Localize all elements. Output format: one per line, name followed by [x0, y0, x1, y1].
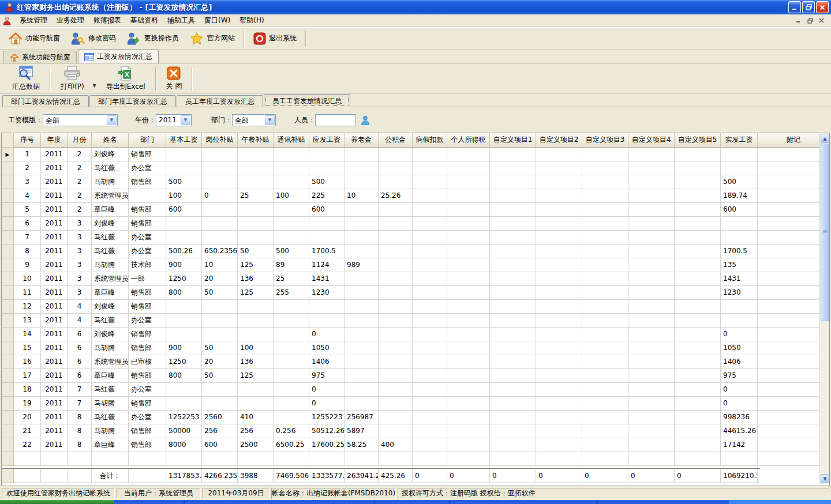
table-cell[interactable] — [758, 272, 829, 286]
table-cell[interactable] — [379, 355, 413, 369]
table-cell[interactable] — [379, 148, 413, 161]
nav-window-button[interactable]: 功能导航窗 — [3, 29, 65, 48]
table-cell[interactable] — [413, 341, 447, 355]
table-cell[interactable] — [345, 148, 379, 161]
table-cell[interactable] — [758, 245, 829, 258]
table-cell[interactable] — [628, 203, 675, 217]
table-cell[interactable]: 3 — [68, 217, 92, 231]
table-cell[interactable]: 1700.5 — [309, 245, 345, 258]
table-cell[interactable] — [447, 286, 490, 300]
table-cell[interactable] — [721, 231, 758, 245]
table-cell[interactable] — [490, 258, 536, 272]
table-cell[interactable]: 马胡腾 — [92, 258, 129, 272]
table-cell[interactable]: 1230 — [309, 286, 345, 300]
table-cell[interactable] — [238, 328, 274, 341]
table-cell[interactable] — [447, 397, 490, 411]
row-indicator[interactable] — [2, 424, 14, 438]
table-cell[interactable] — [413, 314, 447, 328]
table-cell[interactable]: 马红薇 — [92, 161, 129, 175]
table-row[interactable]: 620113刘俊峰销售部 — [2, 217, 829, 231]
table-cell[interactable] — [490, 272, 536, 286]
table-cell[interactable]: 1250 — [166, 355, 202, 369]
official-site-button[interactable]: 官方网站 — [184, 29, 240, 48]
table-cell[interactable]: 600 — [721, 203, 758, 217]
table-cell[interactable]: 2011 — [41, 397, 68, 411]
table-cell[interactable]: 章巨峰 — [92, 203, 129, 217]
table-cell[interactable] — [628, 328, 675, 341]
table-cell[interactable] — [447, 217, 490, 231]
print-button[interactable]: 打印(P) — [53, 65, 92, 93]
table-cell[interactable] — [413, 397, 447, 411]
table-cell[interactable] — [274, 203, 309, 217]
table-cell[interactable]: 办公室 — [129, 314, 166, 328]
table-cell[interactable]: 25 — [274, 272, 309, 286]
table-cell[interactable] — [413, 189, 447, 203]
table-cell[interactable] — [758, 411, 829, 424]
row-indicator[interactable] — [2, 411, 14, 424]
table-cell[interactable]: 6 — [68, 328, 92, 341]
table-cell[interactable] — [536, 383, 582, 397]
table-cell[interactable] — [490, 217, 536, 231]
tab-employee-annual-summary[interactable]: 员工年度工资发放汇总 — [177, 95, 263, 107]
table-cell[interactable] — [490, 397, 536, 411]
table-cell[interactable] — [202, 314, 238, 328]
scrollbar-thumb[interactable] — [821, 144, 829, 321]
table-cell[interactable] — [413, 148, 447, 161]
table-cell[interactable]: 600 — [202, 438, 238, 452]
table-cell[interactable] — [628, 314, 675, 328]
table-cell[interactable]: 0 — [309, 397, 345, 411]
table-cell[interactable] — [274, 231, 309, 245]
column-header[interactable]: 月份 — [68, 133, 92, 148]
table-row[interactable]: 520112章巨峰销售部600600600 — [2, 203, 829, 217]
table-cell[interactable] — [166, 231, 202, 245]
table-cell[interactable] — [536, 231, 582, 245]
table-cell[interactable]: 136 — [238, 272, 274, 286]
table-cell[interactable]: 2011 — [41, 341, 68, 355]
table-cell[interactable] — [675, 245, 721, 258]
table-cell[interactable]: 2011 — [41, 258, 68, 272]
table-cell[interactable]: 1255223 — [309, 411, 345, 424]
table-row[interactable]: 920113马胡腾技术部90010125891124989135 — [2, 258, 829, 272]
table-cell[interactable] — [582, 424, 628, 438]
person-input[interactable] — [315, 114, 356, 126]
table-cell[interactable]: 销售部 — [129, 203, 166, 217]
table-cell[interactable] — [309, 217, 345, 231]
table-cell[interactable] — [274, 397, 309, 411]
column-header[interactable]: 自定义项目5 — [675, 133, 721, 148]
table-cell[interactable] — [758, 300, 829, 314]
table-cell[interactable]: 17 — [14, 369, 41, 383]
row-indicator[interactable] — [2, 355, 14, 369]
table-cell[interactable]: 1431 — [721, 272, 758, 286]
table-cell[interactable]: 50 — [238, 245, 274, 258]
table-cell[interactable] — [536, 189, 582, 203]
menu-item-system[interactable]: 系统管理 — [15, 14, 52, 27]
table-cell[interactable] — [490, 286, 536, 300]
row-indicator[interactable] — [2, 438, 14, 452]
export-excel-button[interactable]: 导出到Excel — [99, 65, 153, 93]
table-cell[interactable]: 50000 — [166, 424, 202, 438]
table-cell[interactable] — [490, 231, 536, 245]
table-cell[interactable] — [758, 424, 829, 438]
table-cell[interactable] — [413, 328, 447, 341]
table-cell[interactable] — [413, 161, 447, 175]
table-cell[interactable]: 办公室 — [129, 383, 166, 397]
exit-system-button[interactable]: 退出系统 — [248, 29, 302, 48]
table-cell[interactable]: 销售部 — [129, 424, 166, 438]
scroll-down-button[interactable]: ▼ — [821, 474, 829, 483]
table-cell[interactable]: 2 — [68, 175, 92, 189]
table-cell[interactable] — [345, 355, 379, 369]
table-cell[interactable] — [758, 355, 829, 369]
table-cell[interactable] — [447, 272, 490, 286]
table-cell[interactable]: 989 — [345, 258, 379, 272]
table-cell[interactable] — [447, 300, 490, 314]
table-cell[interactable] — [274, 175, 309, 189]
row-indicator[interactable] — [2, 161, 14, 175]
table-row[interactable]: 1620116系统管理员已审核12502013614061406 — [2, 355, 829, 369]
table-cell[interactable]: 2 — [68, 203, 92, 217]
table-cell[interactable]: 8 — [14, 245, 41, 258]
table-cell[interactable]: 136 — [238, 355, 274, 369]
table-cell[interactable]: 马红薇 — [92, 231, 129, 245]
table-cell[interactable]: 256 — [238, 424, 274, 438]
table-cell[interactable]: 2 — [68, 161, 92, 175]
table-cell[interactable]: 15 — [14, 341, 41, 355]
